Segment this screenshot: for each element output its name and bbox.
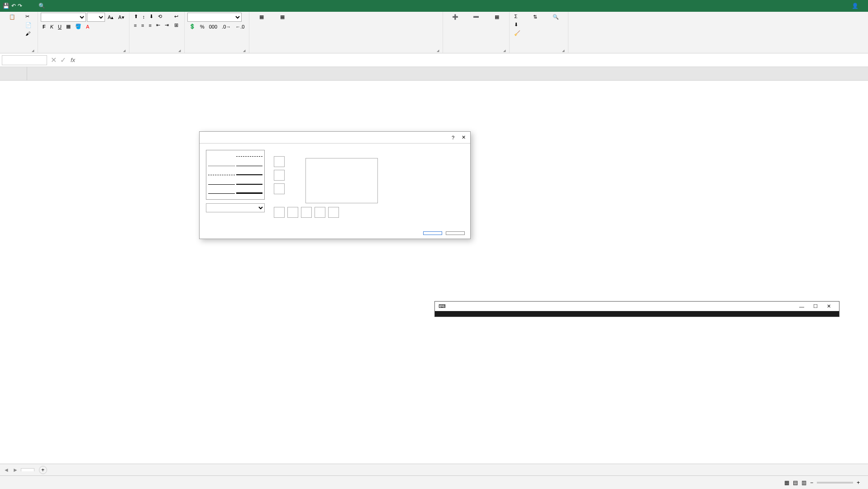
font-size-select[interactable] <box>87 13 105 22</box>
dialog-help-button[interactable]: ? <box>452 135 454 140</box>
zoom-slider[interactable] <box>817 482 853 484</box>
titlebar: 💾 ↶ ↷ 🔍 👤 <box>0 0 868 12</box>
currency-button[interactable]: 💲 <box>187 23 197 30</box>
sort-filter-button[interactable]: ⇅ <box>525 13 544 31</box>
format-as-table-button[interactable]: ▦ <box>273 13 292 31</box>
border-left-button[interactable] <box>287 207 298 218</box>
font-group-label <box>41 51 126 53</box>
delete-icon: ➖ <box>469 14 483 29</box>
cancel-button[interactable] <box>446 231 465 235</box>
border-right-button[interactable] <box>315 207 325 218</box>
grow-font-button[interactable]: A▴ <box>106 14 115 21</box>
align-middle-button[interactable]: ↕ <box>141 13 147 20</box>
font-color-button[interactable]: A <box>84 23 91 30</box>
column-headers <box>0 67 868 81</box>
insert-cells-button[interactable]: ➕ <box>446 13 465 31</box>
wrap-icon: ↩ <box>174 14 178 19</box>
editing-group-label <box>512 51 565 53</box>
view-normal-icon[interactable]: ▦ <box>784 479 789 486</box>
font-name-select[interactable] <box>41 13 86 22</box>
osk-body <box>435 311 839 316</box>
format-icon: ▦ <box>490 14 504 29</box>
line-style-picker[interactable] <box>206 150 265 200</box>
save-icon[interactable]: 💾 <box>3 3 10 9</box>
border-diag-up-button[interactable] <box>274 207 285 218</box>
select-all-corner[interactable] <box>0 67 27 80</box>
tell-me[interactable]: 🔍 <box>38 3 48 9</box>
format-cells-dialog: ? ✕ <box>199 131 471 239</box>
sheet-tab[interactable] <box>21 468 34 471</box>
dec-decimal-button[interactable]: ←.0 <box>234 23 246 30</box>
on-screen-keyboard: ⌨ — ☐ ✕ <box>434 301 839 317</box>
osk-maximize-button[interactable]: ☐ <box>809 303 822 309</box>
search-icon: 🔍 <box>38 3 45 9</box>
copy-icon: 📄 <box>25 22 32 28</box>
status-bar: ▦ ▤ ▥ − + <box>0 475 868 489</box>
shrink-font-button[interactable]: A▾ <box>116 14 126 21</box>
cancel-icon[interactable]: ✕ <box>51 56 57 64</box>
add-sheet-button[interactable]: + <box>39 466 47 474</box>
osk-minimize-button[interactable]: — <box>795 304 809 309</box>
clear-button[interactable]: 🧹 <box>512 29 524 37</box>
border-bottom-button[interactable] <box>274 183 285 194</box>
align-group-label <box>132 51 181 53</box>
indent-dec-button[interactable]: ⇤ <box>154 21 162 29</box>
border-middle-v-button[interactable] <box>301 207 312 218</box>
paste-button[interactable]: 📋 <box>3 13 22 31</box>
redo-icon[interactable]: ↷ <box>18 3 22 9</box>
merge-button[interactable]: ⊞ <box>172 21 181 29</box>
zoom-in-button[interactable]: + <box>857 479 860 486</box>
align-left-button[interactable]: ≡ <box>132 22 138 29</box>
fill-button[interactable]: ⬇ <box>512 21 524 29</box>
undo-icon[interactable]: ↶ <box>11 3 16 9</box>
formula-input[interactable] <box>78 55 868 65</box>
sheet-nav-next[interactable]: ► <box>13 467 18 473</box>
italic-button[interactable]: K <box>48 23 55 30</box>
indent-inc-button[interactable]: ⇥ <box>163 21 171 29</box>
name-box[interactable] <box>2 55 47 65</box>
orientation-button[interactable]: ⟲ <box>156 13 164 20</box>
inc-decimal-button[interactable]: .0→ <box>220 23 233 30</box>
clear-icon: 🧹 <box>514 30 520 36</box>
align-top-button[interactable]: ⬆ <box>132 13 140 20</box>
align-center-button[interactable]: ≡ <box>139 22 146 29</box>
copy-button[interactable]: 📄 <box>24 21 35 29</box>
zoom-out-button[interactable]: − <box>810 479 813 486</box>
view-page-icon[interactable]: ▤ <box>793 479 798 486</box>
border-middle-h-button[interactable] <box>274 170 285 181</box>
sheet-tabs-bar: ◄ ► + <box>0 464 868 475</box>
enter-icon[interactable]: ✓ <box>60 56 66 64</box>
border-top-button[interactable] <box>274 156 285 167</box>
number-group-label <box>187 51 247 53</box>
format-cells-button[interactable]: ▦ <box>487 13 506 31</box>
autosum-button[interactable]: Σ <box>512 13 524 20</box>
fill-color-button[interactable]: 🪣 <box>73 23 83 30</box>
format-painter-button[interactable]: 🖌 <box>24 30 35 37</box>
borders-button[interactable]: ▦ <box>64 23 72 30</box>
cut-button[interactable]: ✂ <box>24 13 35 20</box>
wrap-text-button[interactable]: ↩ <box>172 13 181 20</box>
fx-icon[interactable]: fx <box>71 57 75 63</box>
number-format-select[interactable] <box>187 13 242 22</box>
align-right-button[interactable]: ≡ <box>147 22 153 29</box>
border-diag-down-button[interactable] <box>328 207 339 218</box>
bold-button[interactable]: F <box>41 23 48 30</box>
sheet-nav-prev[interactable]: ◄ <box>0 467 13 473</box>
percent-button[interactable]: % <box>198 23 206 30</box>
view-break-icon[interactable]: ▥ <box>801 479 806 486</box>
ok-button[interactable] <box>423 231 442 235</box>
underline-button[interactable]: U <box>56 23 63 30</box>
comma-button[interactable]: 000 <box>207 23 219 30</box>
cond-format-button[interactable]: ▦ <box>252 13 271 31</box>
border-preview[interactable] <box>305 158 378 203</box>
spreadsheet-grid <box>0 67 868 420</box>
osk-close-button[interactable]: ✕ <box>822 303 835 309</box>
line-style-none[interactable] <box>208 152 235 157</box>
line-color-select[interactable] <box>206 203 265 212</box>
format-painter-icon: 🖌 <box>25 31 30 36</box>
dialog-close-button[interactable]: ✕ <box>462 134 466 140</box>
align-bottom-button[interactable]: ⬇ <box>148 13 155 20</box>
find-select-button[interactable]: 🔍 <box>546 13 565 31</box>
find-icon: 🔍 <box>548 14 563 29</box>
delete-cells-button[interactable]: ➖ <box>467 13 486 31</box>
